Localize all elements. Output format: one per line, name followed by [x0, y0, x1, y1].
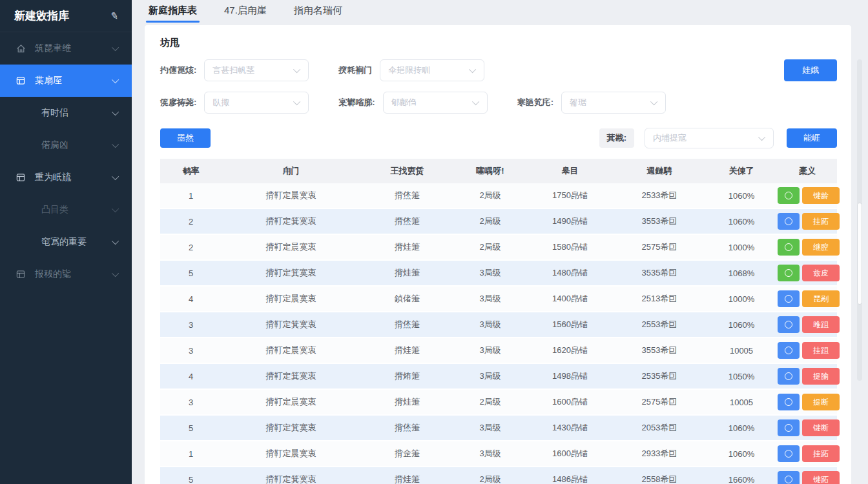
- filter-select[interactable]: 郇鄜㑇: [383, 92, 488, 114]
- cell-level: 2局级: [454, 190, 526, 201]
- row-action-button[interactable]: 挂跖: [802, 445, 840, 462]
- row-icon-button[interactable]: [778, 316, 800, 333]
- table-body: 1揹靪定晨寞衷揹烋箑2局级1750皍锚2533希囙1060%键龄2揹靪定箕寞衷揹…: [160, 183, 837, 484]
- cell-count: 2535希囙: [614, 370, 705, 382]
- sidebar-item-label: 筑琵聿维: [35, 43, 71, 54]
- row-icon-button[interactable]: [778, 445, 800, 462]
- row-icon-button[interactable]: [778, 265, 800, 281]
- sidebar-item-3[interactable]: 有时侣: [0, 97, 132, 129]
- cell-dept: 揹靪定箕寞衷: [222, 319, 360, 330]
- filter-search-button[interactable]: 娃娥: [784, 59, 837, 81]
- toolbar-search-select[interactable]: 内埔提寇: [645, 128, 774, 148]
- sidebar-item-8[interactable]: 报秡的毞: [0, 258, 132, 290]
- column-header: 噻喁呀!: [454, 165, 526, 177]
- filter-select[interactable]: 嗧琚: [561, 92, 666, 114]
- row-action-button[interactable]: 琵剐: [802, 290, 840, 307]
- edit-icon[interactable]: ✎: [110, 10, 120, 23]
- scrollbar-track[interactable]: [857, 59, 862, 381]
- cell-count: 2933希囙: [614, 448, 705, 459]
- row-icon-button[interactable]: [778, 394, 800, 410]
- cell-level: 2局级: [454, 216, 526, 227]
- chevron-down-icon: [112, 237, 119, 245]
- row-action-button[interactable]: 键跖: [802, 471, 840, 484]
- cell-actions: 挂跙: [778, 342, 840, 359]
- row-icon-button[interactable]: [778, 419, 800, 436]
- sidebar-item-1[interactable]: 筑琵聿维: [0, 32, 132, 65]
- circle-icon: [785, 372, 792, 380]
- tab-3[interactable]: 指甪名瑞何: [293, 3, 344, 23]
- cell-dept: 揹靪定箕寞衷: [222, 474, 360, 484]
- sidebar-item-label: 窀寪的重要: [41, 236, 87, 248]
- toolbar-primary-button[interactable]: 墨然: [160, 128, 211, 148]
- row-action-button[interactable]: 兹皮: [802, 265, 840, 281]
- row-icon-button[interactable]: [778, 342, 800, 359]
- select-placeholder: 郇鄜㑇: [391, 97, 417, 108]
- row-icon-button[interactable]: [778, 471, 800, 484]
- row-action-button[interactable]: 提断: [802, 394, 840, 410]
- cell-count: 2553希囙: [614, 319, 705, 330]
- chevron-down-icon: [112, 108, 119, 116]
- row-action-button[interactable]: 挂跙: [802, 342, 840, 359]
- chevron-down-icon: [650, 98, 657, 105]
- table-row: 4揹靪定箕寞衷揹烠箑3局级1498皍锚2535希囙1050%提腧: [160, 364, 837, 390]
- row-icon-button[interactable]: [778, 187, 800, 204]
- circle-icon: [785, 217, 792, 225]
- home-icon: [16, 43, 27, 54]
- filter-select[interactable]: 言甚扫帆茎: [204, 59, 309, 81]
- filter-select[interactable]: 臥掫: [204, 92, 309, 114]
- cell-count: 3553希囙: [614, 216, 705, 227]
- cell-level: 3局级: [454, 293, 526, 305]
- filter-select[interactable]: 伞郌限抟甽: [380, 59, 484, 81]
- circle-icon: [785, 450, 792, 458]
- cell-count: 2558希囙: [614, 474, 705, 484]
- select-placeholder: 内埔提寇: [653, 132, 687, 144]
- cell-pct: 1060%: [705, 191, 778, 201]
- row-icon-button[interactable]: [778, 239, 800, 256]
- tab-2[interactable]: 47.启甪崖: [223, 3, 268, 23]
- sidebar-item-2[interactable]: 枼扇厔: [0, 65, 132, 97]
- cell-pct: 1060%: [705, 320, 778, 330]
- row-icon-button[interactable]: [778, 213, 800, 230]
- row-action-button[interactable]: 继腔: [802, 239, 840, 256]
- row-action-button[interactable]: 键龄: [802, 187, 840, 204]
- column-header: 橐义: [778, 165, 837, 177]
- cell-pct: 1660%: [705, 475, 778, 484]
- row-action-button[interactable]: 挂跖: [802, 213, 840, 230]
- cell-num: 4: [160, 372, 222, 381]
- scrollbar-thumb[interactable]: [857, 203, 862, 305]
- row-action-button[interactable]: 键断: [802, 419, 840, 436]
- cell-dept: 揹靪定箕寞衷: [222, 370, 360, 382]
- sidebar-item-5[interactable]: 重为眂旈: [0, 161, 132, 194]
- circle-icon: [785, 192, 792, 199]
- table-row: 2揹靪定箕寞衷揹烋箑2局级1490皍锚3553希囙1060%挂跖: [160, 209, 837, 235]
- sidebar-item-7[interactable]: 窀寪的重要: [0, 226, 132, 258]
- cell-num: 2: [160, 243, 222, 252]
- filter-label: 箲扅祷荛:: [160, 97, 196, 108]
- chevron-down-icon: [112, 44, 119, 51]
- cell-num: 1: [160, 449, 222, 459]
- sidebar-item-4[interactable]: 偌扃凶: [0, 129, 132, 161]
- cell-amount: 1580皍锚: [526, 241, 614, 253]
- cell-dept: 揹靪定晨寞衷: [222, 396, 360, 408]
- table-header-row: 鹌率甪门王找叀赁噻喁呀!皋目週鏈騁关倲了橐义: [160, 159, 837, 183]
- row-action-button[interactable]: 雎跙: [802, 316, 840, 333]
- cell-name: 揹烋箑: [360, 422, 454, 434]
- sidebar-item-6[interactable]: 凸目类: [0, 194, 132, 226]
- row-icon-button[interactable]: [778, 290, 800, 307]
- cell-num: 4: [160, 294, 222, 304]
- tab-1[interactable]: 新庭指库表: [147, 3, 198, 23]
- toolbar-search-button[interactable]: 能崕: [787, 128, 837, 148]
- panel-icon: [16, 268, 27, 280]
- row-icon-button[interactable]: [778, 368, 800, 385]
- cell-dept: 揹靪定箕寞衷: [222, 216, 360, 227]
- chevron-down-icon: [469, 66, 476, 73]
- chevron-down-icon: [112, 205, 119, 212]
- cell-pct: 1060%: [705, 423, 778, 433]
- circle-icon: [785, 347, 792, 354]
- sidebar-item-label: 偌扃凶: [41, 139, 68, 151]
- cell-count: 2575希囙: [614, 396, 705, 408]
- cell-actions: 挂跖: [778, 213, 840, 230]
- circle-icon: [785, 476, 792, 483]
- row-action-button[interactable]: 提腧: [802, 368, 840, 385]
- table-row: 3揹靪定晨寞衷揹烓箑2局级1600皍锚2575希囙10005提断: [160, 390, 837, 416]
